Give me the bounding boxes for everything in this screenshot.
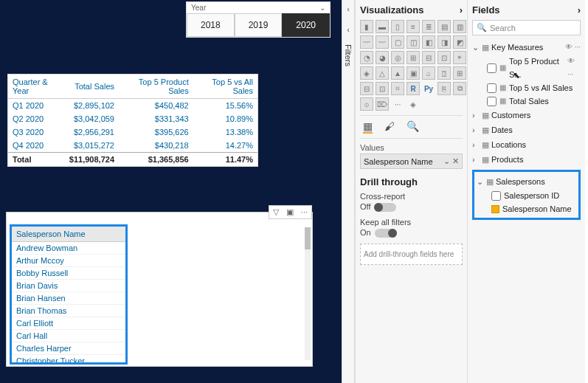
viz-type-icon[interactable]: ◎: [391, 51, 404, 64]
column-header[interactable]: Top 5 vs All Sales: [193, 75, 257, 99]
viz-type-icon[interactable]: ⊞: [453, 66, 466, 80]
list-item[interactable]: Brian Thomas: [12, 305, 125, 317]
viz-type-icon[interactable]: ⌽: [360, 97, 373, 111]
vertical-scrollbar[interactable]: [305, 227, 311, 360]
filter-icon[interactable]: ▽: [269, 206, 283, 218]
viz-type-icon[interactable]: ⊟: [360, 82, 373, 95]
column-header[interactable]: Salesperson Name: [12, 227, 125, 242]
viz-type-icon[interactable]: ⊟: [422, 51, 435, 64]
remove-field-icon[interactable]: ✕: [452, 156, 459, 166]
viz-type-icon[interactable]: ▯: [391, 20, 404, 33]
table-row[interactable]: Q2 2020$3,042,059$331,34310.89%: [8, 112, 257, 125]
year-option-2019[interactable]: 2019: [235, 13, 283, 37]
viz-type-icon[interactable]: Py: [422, 82, 435, 95]
viz-type-icon[interactable]: ▲: [391, 66, 404, 80]
viz-type-icon[interactable]: ⎘: [437, 82, 451, 95]
visibility-icon[interactable]: 👁 ···: [565, 41, 581, 54]
list-item[interactable]: Andrew Bowman: [12, 242, 125, 255]
viz-type-icon[interactable]: ▬: [376, 20, 389, 33]
viz-type-icon[interactable]: ⌗: [391, 82, 404, 95]
viz-type-icon[interactable]: ◕: [376, 51, 389, 64]
viz-type-icon[interactable]: ◩: [453, 35, 466, 49]
viz-type-icon[interactable]: 〰: [376, 35, 389, 49]
visibility-icon[interactable]: 👁 ···: [567, 55, 581, 81]
viz-type-icon[interactable]: R: [407, 82, 420, 95]
field-item[interactable]: ▦Top 5 Product S...👁 ···: [472, 55, 581, 81]
field-checkbox[interactable]: [487, 97, 497, 106]
year-option-2018[interactable]: 2018: [187, 13, 235, 37]
viz-type-icon[interactable]: ⊞: [407, 51, 420, 64]
viz-type-icon[interactable]: ▢: [391, 35, 404, 49]
table-row[interactable]: Q1 2020$2,895,102$450,48215.56%: [8, 99, 257, 113]
viz-type-icon[interactable]: ▥: [453, 20, 466, 33]
expand-icon[interactable]: ‹: [347, 4, 350, 13]
fields-search[interactable]: 🔍 Search: [472, 20, 581, 35]
list-item[interactable]: Brian Hansen: [12, 292, 125, 305]
values-well-field[interactable]: Salesperson Name ⌄✕: [360, 153, 463, 169]
viz-type-icon[interactable]: ⧉: [453, 82, 466, 95]
sales-matrix-visual[interactable]: Quarter & YearTotal SalesTop 5 Product S…: [7, 74, 258, 167]
viz-type-icon[interactable]: ◫: [407, 35, 420, 49]
viz-type-icon[interactable]: ▮: [360, 20, 373, 33]
filters-pane-label[interactable]: Filters: [344, 44, 353, 66]
collapsed-pane-1[interactable]: ‹ ‹ Filters: [342, 0, 355, 383]
viz-type-icon[interactable]: ⌦: [376, 97, 389, 111]
viz-type-icon[interactable]: ⌂: [422, 66, 435, 80]
field-item[interactable]: Salesperson ID: [477, 189, 576, 202]
chevron-down-icon[interactable]: ⌄: [319, 4, 325, 12]
field-checkbox[interactable]: [487, 83, 497, 93]
list-item[interactable]: Carl Hall: [12, 330, 125, 342]
table-node[interactable]: ›▦Locations: [472, 137, 581, 152]
field-checkbox[interactable]: [487, 63, 497, 73]
year-slicer[interactable]: Year ⌄ 201820192020: [186, 1, 331, 38]
get-more-visuals-icon[interactable]: ◈: [407, 97, 420, 111]
analytics-tab-icon[interactable]: 🔍: [407, 120, 419, 134]
list-item[interactable]: Christopher Tucker: [12, 355, 125, 365]
column-header[interactable]: Top 5 Product Sales: [119, 75, 193, 99]
viz-type-icon[interactable]: ⌖: [453, 51, 466, 64]
field-checkbox[interactable]: [491, 191, 501, 201]
cross-report-toggle[interactable]: [374, 203, 396, 212]
totals-row[interactable]: Total$11,908,724$1,365,85611.47%: [8, 153, 257, 167]
list-item[interactable]: Charles Harper: [12, 342, 125, 355]
table-node[interactable]: ⌄▦Key Measures👁 ···: [472, 40, 581, 55]
viz-type-icon[interactable]: 〰: [360, 35, 373, 49]
salesperson-table-visual[interactable]: ▽ ▣ ··· Salesperson Name Andrew BowmanAr…: [6, 212, 313, 367]
viz-type-icon[interactable]: ≡: [407, 20, 420, 33]
table-node[interactable]: ›▦Dates: [472, 123, 581, 137]
list-item[interactable]: Bobby Russell: [12, 267, 125, 280]
collapse-pane-icon[interactable]: ›: [578, 4, 581, 15]
report-canvas[interactable]: Year ⌄ 201820192020 Quarter & YearTotal …: [0, 0, 342, 383]
more-options-icon[interactable]: ···: [297, 206, 311, 218]
viz-type-icon[interactable]: ◈: [360, 66, 373, 80]
collapse-pane-icon[interactable]: ›: [460, 4, 463, 15]
list-item[interactable]: Brian Davis: [12, 280, 125, 292]
focus-mode-icon[interactable]: ▣: [283, 206, 297, 218]
more-visuals-icon[interactable]: ···: [391, 97, 404, 111]
field-checkbox-checked[interactable]: [491, 205, 499, 213]
year-option-2020[interactable]: 2020: [282, 13, 330, 37]
viz-type-icon[interactable]: ◨: [437, 35, 451, 49]
keep-filters-toggle[interactable]: [375, 229, 397, 238]
list-item[interactable]: Arthur Mccoy: [12, 255, 125, 267]
table-node[interactable]: ›▦Customers: [472, 108, 581, 123]
viz-type-icon[interactable]: ⊡: [437, 51, 451, 64]
chevron-down-icon[interactable]: ⌄: [443, 156, 450, 166]
field-item[interactable]: ▦Total Sales: [472, 94, 581, 108]
list-item[interactable]: Carl Elliott: [12, 317, 125, 330]
column-header[interactable]: Total Sales: [65, 75, 119, 99]
field-item[interactable]: Salesperson Name: [477, 202, 576, 215]
viz-type-icon[interactable]: ⊡: [376, 82, 389, 95]
viz-type-icon[interactable]: ▣: [407, 66, 420, 80]
table-node[interactable]: ›▦Products: [472, 152, 581, 167]
column-header[interactable]: Quarter & Year: [8, 75, 65, 99]
drill-through-dropzone[interactable]: Add drill-through fields here: [360, 244, 463, 265]
viz-type-icon[interactable]: ≣: [422, 20, 435, 33]
format-tab-icon[interactable]: 🖌: [384, 120, 395, 134]
table-row[interactable]: Q3 2020$2,956,291$395,62613.38%: [8, 125, 257, 139]
viz-type-icon[interactable]: ◧: [422, 35, 435, 49]
viz-type-icon[interactable]: △: [376, 66, 389, 80]
viz-type-icon[interactable]: ▤: [437, 20, 451, 33]
table-row[interactable]: Q4 2020$3,015,272$430,21814.27%: [8, 139, 257, 153]
viz-type-icon[interactable]: ◔: [360, 51, 373, 64]
